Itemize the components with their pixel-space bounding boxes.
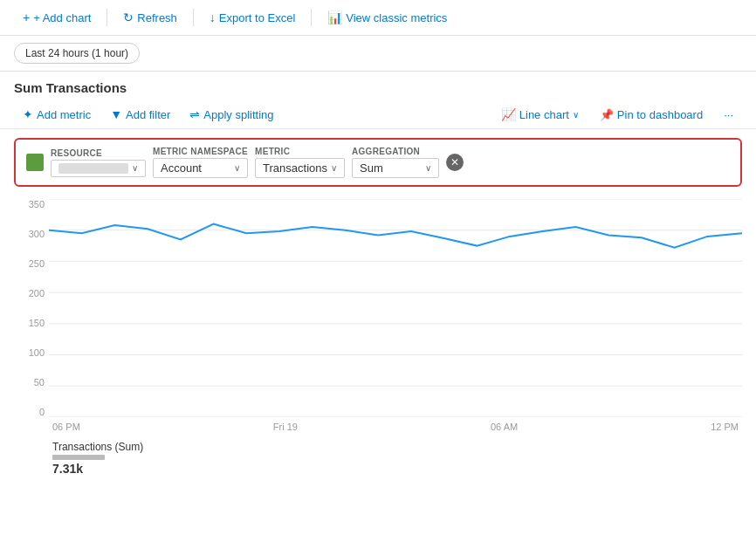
toolbar-divider-3 bbox=[311, 9, 312, 26]
x-label-fri19: Fri 19 bbox=[273, 422, 298, 432]
resource-chevron: ∨ bbox=[132, 163, 138, 173]
resource-placeholder bbox=[58, 163, 128, 174]
x-label-06pm: 06 PM bbox=[52, 422, 80, 432]
chart-area: 0 50 100 150 200 250 300 350 bbox=[0, 196, 756, 432]
pin-icon: 📌 bbox=[600, 108, 614, 121]
add-metric-icon: ✦ bbox=[23, 107, 33, 121]
remove-metric-button[interactable]: ✕ bbox=[446, 154, 464, 171]
splitting-icon: ⇌ bbox=[189, 107, 200, 121]
x-label-06am: 06 AM bbox=[491, 422, 518, 432]
y-label-200: 200 bbox=[14, 288, 45, 298]
x-axis: 06 PM Fri 19 06 AM 12 PM bbox=[14, 422, 742, 432]
chart-title: Sum Transactions bbox=[0, 72, 756, 100]
aggregation-select[interactable]: Sum ∨ bbox=[352, 158, 439, 178]
add-metric-button[interactable]: ✦ Add metric bbox=[14, 104, 100, 125]
chart-toolbar-left: ✦ Add metric ▼ Add filter ⇌ Apply splitt… bbox=[14, 104, 492, 125]
namespace-chevron: ∨ bbox=[234, 163, 240, 173]
ellipsis-icon: ··· bbox=[724, 108, 733, 121]
chevron-down-icon: ∨ bbox=[573, 110, 579, 120]
namespace-field: METRIC NAMESPACE Account ∨ bbox=[153, 147, 248, 178]
y-label-100: 100 bbox=[14, 347, 45, 358]
metric-chevron: ∨ bbox=[331, 163, 337, 173]
more-options-button[interactable]: ··· bbox=[715, 105, 742, 125]
toolbar-divider-2 bbox=[193, 9, 194, 26]
chart-svg bbox=[49, 199, 742, 417]
aggregation-value: Sum bbox=[360, 161, 422, 175]
chart-toolbar-right: 📈 Line chart ∨ 📌 Pin to dashboard ··· bbox=[492, 104, 742, 125]
add-chart-button[interactable]: + + Add chart bbox=[14, 7, 100, 28]
legend-value: 7.31k bbox=[52, 462, 704, 476]
add-filter-button[interactable]: ▼ Add filter bbox=[101, 104, 179, 125]
x-label-12pm: 12 PM bbox=[711, 422, 739, 432]
resource-select[interactable]: ∨ bbox=[51, 160, 146, 177]
namespace-select[interactable]: Account ∨ bbox=[153, 158, 248, 178]
add-chart-icon: + bbox=[23, 10, 30, 24]
legend-item-transactions: Transactions (Sum) 7.31k bbox=[52, 441, 704, 476]
metric-label: METRIC bbox=[255, 147, 345, 156]
export-button[interactable]: ↓ Export to Excel bbox=[201, 7, 304, 28]
y-label-250: 250 bbox=[14, 258, 45, 269]
transactions-line bbox=[49, 224, 742, 248]
y-label-50: 50 bbox=[14, 377, 45, 388]
pin-dashboard-button[interactable]: 📌 Pin to dashboard bbox=[591, 105, 711, 125]
legend-bar bbox=[52, 455, 105, 460]
export-icon: ↓ bbox=[210, 10, 216, 24]
metric-select[interactable]: Transactions ∨ bbox=[255, 158, 345, 178]
chart-toolbar: ✦ Add metric ▼ Add filter ⇌ Apply splitt… bbox=[0, 100, 756, 129]
namespace-label: METRIC NAMESPACE bbox=[153, 147, 248, 156]
metric-filter-bar: RESOURCE ∨ METRIC NAMESPACE Account ∨ ME… bbox=[14, 138, 742, 187]
line-chart-icon: 📈 bbox=[501, 107, 516, 121]
apply-splitting-button[interactable]: ⇌ Apply splitting bbox=[181, 104, 282, 125]
aggregation-chevron: ∨ bbox=[425, 163, 431, 173]
resource-icon bbox=[26, 154, 44, 171]
add-filter-icon: ▼ bbox=[110, 107, 122, 121]
metric-field: METRIC Transactions ∨ bbox=[255, 147, 345, 178]
time-range-pill[interactable]: Last 24 hours (1 hour) bbox=[14, 43, 140, 64]
namespace-value: Account bbox=[161, 161, 230, 175]
chart-svg-container bbox=[49, 199, 742, 420]
toolbar-divider-1 bbox=[107, 9, 107, 26]
refresh-icon: ↻ bbox=[123, 10, 134, 24]
y-label-350: 350 bbox=[14, 199, 45, 209]
metric-value: Transactions bbox=[263, 161, 327, 175]
aggregation-label: AGGREGATION bbox=[352, 147, 439, 156]
metrics-icon: 📊 bbox=[327, 10, 342, 24]
legend-area: Transactions (Sum) 7.31k bbox=[0, 432, 756, 484]
view-classic-button[interactable]: 📊 View classic metrics bbox=[319, 7, 456, 28]
y-label-300: 300 bbox=[14, 229, 45, 239]
resource-field: RESOURCE ∨ bbox=[51, 148, 146, 177]
y-label-0: 0 bbox=[14, 407, 45, 417]
resource-label: RESOURCE bbox=[51, 148, 146, 158]
line-chart-button[interactable]: 📈 Line chart ∨ bbox=[492, 104, 588, 125]
refresh-button[interactable]: ↻ Refresh bbox=[114, 7, 186, 28]
time-bar: Last 24 hours (1 hour) bbox=[0, 36, 756, 72]
aggregation-field: AGGREGATION Sum ∨ bbox=[352, 147, 439, 178]
y-label-150: 150 bbox=[14, 318, 45, 328]
main-toolbar: + + Add chart ↻ Refresh ↓ Export to Exce… bbox=[0, 0, 756, 36]
legend-label: Transactions (Sum) bbox=[52, 441, 704, 453]
